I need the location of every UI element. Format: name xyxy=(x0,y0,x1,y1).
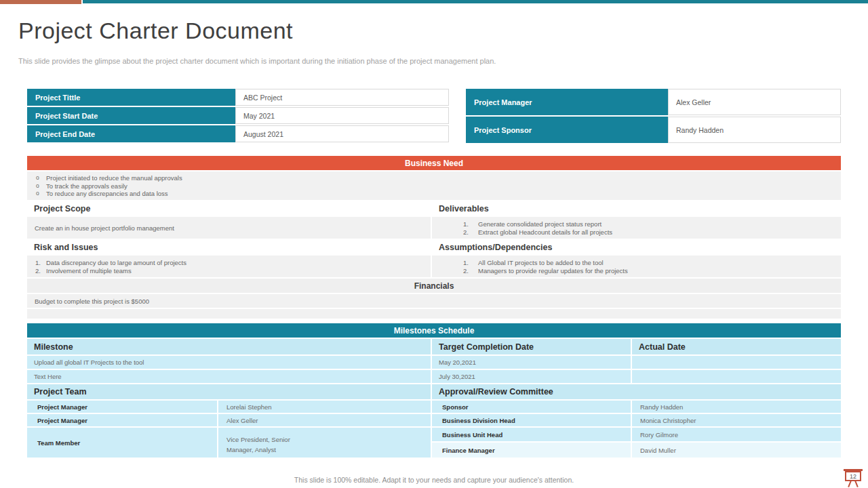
easel-leg-left xyxy=(848,481,852,487)
scope-deliverables-content-row: Create an in house project portfolio man… xyxy=(27,217,841,239)
table-row: Project Manager Alex Geller xyxy=(27,414,431,426)
table-row: Business Division Head Monica Christophe… xyxy=(432,414,841,426)
list-item: Generate consolidated project status rep… xyxy=(432,220,841,228)
team-role: Team Member xyxy=(27,428,217,458)
project-start-date-label: Project Start Date xyxy=(27,107,235,124)
list-item: To reduce any discrepancies and data los… xyxy=(27,190,841,198)
actual-date-cell xyxy=(632,356,841,369)
top-accent-teal-bar xyxy=(83,0,868,3)
project-manager-value: Alex Geller xyxy=(668,89,841,115)
committee-role: Sponsor xyxy=(432,401,631,413)
project-end-date-label: Project End Date xyxy=(27,125,235,142)
committee-name: Randy Hadden xyxy=(632,401,841,413)
financials-empty-row xyxy=(27,309,841,319)
slide: Project Charter Document This slide prov… xyxy=(0,0,868,488)
table-row: Upload all global IT Projects to the too… xyxy=(27,356,841,369)
business-need-header: Business Need xyxy=(27,156,841,170)
list-item: Extract global Headcount details for all… xyxy=(432,228,841,237)
team-name: Lorelai Stephen xyxy=(218,401,431,413)
risk-assumptions-content-row: Data discrepancy due to large amount of … xyxy=(27,256,841,277)
table-row: Business Unit Head Rory Gilmore xyxy=(432,428,841,441)
table-row: Project Start Date May 2021 xyxy=(27,107,449,124)
project-title-value: ABC Project xyxy=(235,89,449,106)
team-role: Project Manager xyxy=(27,414,217,426)
project-title-label: Project Tittle xyxy=(27,89,235,106)
committee-header: Approval/Review Committee xyxy=(432,384,841,399)
scope-deliverables-header-row: Project Scope Deliverables xyxy=(27,201,841,216)
table-row: Team Member Vice President, Senior Manag… xyxy=(27,428,431,458)
milestone-cell: Upload all global IT Projects to the too… xyxy=(27,356,431,369)
committee-name: David Muller xyxy=(632,443,841,458)
editable-note: This slide is 100% editable. Adapt it to… xyxy=(0,476,868,484)
business-need-list: Project initiated to reduce the manual a… xyxy=(27,171,841,200)
assumptions-list: All Global IT projects to be added to th… xyxy=(432,256,841,277)
project-manager-label: Project Manager xyxy=(466,89,668,115)
financials-content: Budget to complete this project is $5000 xyxy=(27,294,841,308)
list-item: Managers to provide regular updates for … xyxy=(432,267,841,275)
page-number-badge: 12 xyxy=(843,469,863,487)
list-item: Involvement of multiple teams xyxy=(27,267,431,275)
deliverables-header: Deliverables xyxy=(432,201,841,216)
project-sponsor-value: Randy Hadden xyxy=(668,117,841,143)
table-row: Project Tittle ABC Project xyxy=(27,89,449,106)
project-start-date-value: May 2021 xyxy=(235,107,449,124)
target-date-cell: May 20,2021 xyxy=(432,356,631,369)
table-row: Project Manager Alex Geller xyxy=(466,89,841,115)
risk-assumptions-header-row: Risk and Issues Assumptions/Dependencies xyxy=(27,240,841,254)
team-name-text: Vice President, Senior Manager, Analyst xyxy=(226,430,304,455)
table-row: Text Here July 30,2021 xyxy=(27,370,841,383)
page-number: 12 xyxy=(850,473,856,480)
committee-name: Rory Gilmore xyxy=(632,428,841,441)
project-scope-content: Create an in house project portfolio man… xyxy=(27,217,431,239)
team-role: Project Manager xyxy=(27,401,217,413)
financials-header: Financials xyxy=(27,279,841,293)
table-row: Sponsor Randy Hadden xyxy=(432,401,841,413)
charter-table: Business Need Project initiated to reduc… xyxy=(27,156,841,460)
table-row: Finance Manager David Muller xyxy=(432,443,841,458)
list-item: All Global IT projects to be added to th… xyxy=(432,259,841,267)
list-item: Data discrepancy due to large amount of … xyxy=(27,259,431,267)
team-committee-body: Project Manager Lorelai Stephen Project … xyxy=(27,401,841,459)
committee-role: Business Unit Head xyxy=(432,428,631,441)
project-team-table: Project Manager Lorelai Stephen Project … xyxy=(27,401,431,459)
team-name: Alex Geller xyxy=(218,414,431,426)
risk-issues-list: Data discrepancy due to large amount of … xyxy=(27,256,431,277)
project-sponsor-label: Project Sponsor xyxy=(466,117,668,143)
team-name: Vice President, Senior Manager, Analyst xyxy=(218,428,431,458)
deliverables-list: Generate consolidated project status rep… xyxy=(432,217,841,239)
top-accent-orange-bar xyxy=(0,0,81,4)
committee-role: Business Division Head xyxy=(432,414,631,426)
list-item: To track the approvals easily xyxy=(27,182,841,190)
milestones-column-header-row: Milestone Target Completion Date Actual … xyxy=(27,339,841,354)
project-team-header: Project Team xyxy=(27,384,431,399)
milestone-cell: Text Here xyxy=(27,370,431,383)
committee-role: Finance Manager xyxy=(432,443,631,458)
table-row: Project End Date August 2021 xyxy=(27,125,449,142)
assumptions-header: Assumptions/Dependencies xyxy=(432,240,841,254)
milestones-schedule-header: Milestones Schedule xyxy=(27,323,841,338)
team-committee-header-row: Project Team Approval/Review Committee xyxy=(27,384,841,399)
actual-date-column-header: Actual Date xyxy=(632,339,841,354)
page-subtitle: This slide provides the glimpse about th… xyxy=(18,57,496,65)
project-info-table: Project Tittle ABC Project Project Start… xyxy=(27,89,449,144)
easel-leg-right xyxy=(854,481,859,487)
page-title: Project Charter Document xyxy=(18,18,293,44)
milestone-column-header: Milestone xyxy=(27,339,431,354)
target-date-cell: July 30,2021 xyxy=(432,370,631,383)
committee-name: Monica Christopher xyxy=(632,414,841,426)
stakeholders-table: Project Manager Alex Geller Project Spon… xyxy=(466,89,841,144)
project-end-date-value: August 2021 xyxy=(235,125,449,142)
table-row: Project Sponsor Randy Hadden xyxy=(466,117,841,143)
list-item: Project initiated to reduce the manual a… xyxy=(27,174,841,182)
easel-board-icon: 12 xyxy=(845,471,861,481)
table-row: Project Manager Lorelai Stephen xyxy=(27,401,431,413)
target-date-column-header: Target Completion Date xyxy=(432,339,631,354)
risk-issues-header: Risk and Issues xyxy=(27,240,431,254)
project-scope-header: Project Scope xyxy=(27,201,431,216)
actual-date-cell xyxy=(632,370,841,383)
committee-table: Sponsor Randy Hadden Business Division H… xyxy=(432,401,841,459)
